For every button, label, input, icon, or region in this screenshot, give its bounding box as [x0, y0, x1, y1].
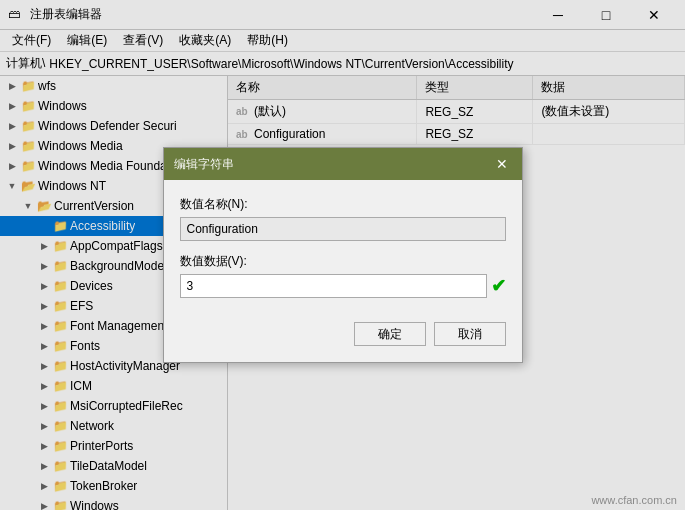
checkmark-icon: ✔: [491, 275, 506, 297]
data-input-row: ✔: [180, 274, 506, 298]
name-input[interactable]: [180, 217, 506, 241]
data-input[interactable]: [180, 274, 487, 298]
dialog-title-bar: 编辑字符串 ✕: [164, 148, 522, 180]
dialog-title: 编辑字符串: [174, 156, 234, 173]
dialog-buttons: 确定 取消: [164, 314, 522, 362]
name-label: 数值名称(N):: [180, 196, 506, 213]
edit-string-dialog: 编辑字符串 ✕ 数值名称(N): 数值数据(V): ✔ 确定 取消: [163, 147, 523, 363]
dialog-body: 数值名称(N): 数值数据(V): ✔: [164, 180, 522, 314]
confirm-button[interactable]: 确定: [354, 322, 426, 346]
cancel-button[interactable]: 取消: [434, 322, 506, 346]
dialog-close-button[interactable]: ✕: [492, 154, 512, 174]
dialog-overlay: 编辑字符串 ✕ 数值名称(N): 数值数据(V): ✔ 确定 取消: [0, 0, 685, 510]
data-label: 数值数据(V):: [180, 253, 506, 270]
